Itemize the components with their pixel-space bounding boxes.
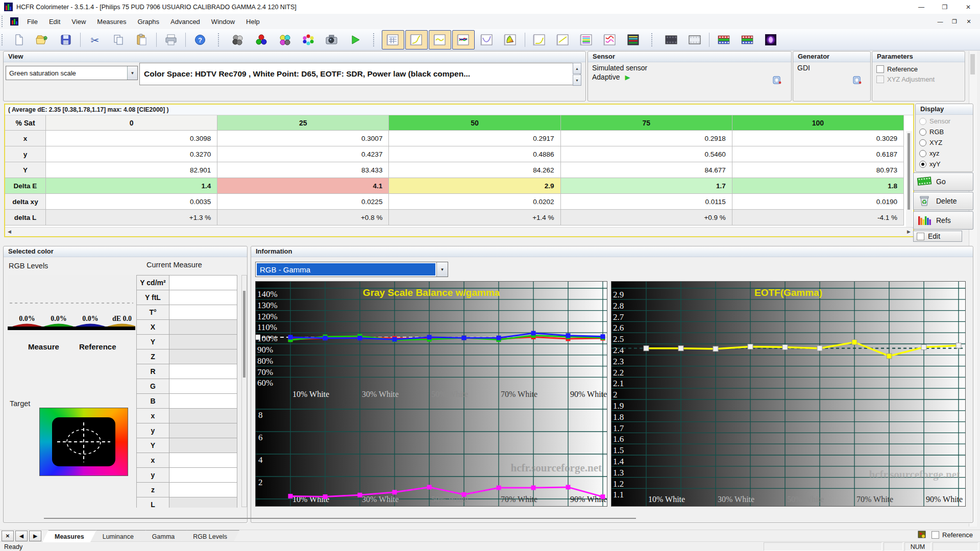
tab-gamma[interactable]: Gamma <box>140 530 187 542</box>
view-luminance-curve-button[interactable] <box>476 30 498 49</box>
scroll-left-icon[interactable]: ◀ <box>5 228 14 236</box>
paste-button[interactable] <box>131 30 153 49</box>
scroll-right-icon[interactable]: ▶ <box>904 228 913 236</box>
bottom-reference-row[interactable]: Reference <box>932 531 973 539</box>
edit-checkbox[interactable] <box>917 233 924 240</box>
delete-button[interactable]: ♻Delete <box>913 192 973 210</box>
radio-icon[interactable] <box>919 150 926 157</box>
edit-checkbox-row[interactable]: Edit <box>913 231 962 242</box>
measure-secondaries-button[interactable] <box>274 30 296 49</box>
menu-view[interactable]: View <box>66 16 91 27</box>
measure-cell[interactable]: 82.901 <box>46 162 217 178</box>
measure-cell[interactable]: 84.677 <box>561 162 732 178</box>
minimize-button[interactable]: — <box>910 0 933 14</box>
copy-button[interactable] <box>107 30 130 49</box>
bottom-reference-checkbox[interactable] <box>932 531 939 539</box>
measure-cell[interactable]: -4.1 % <box>732 210 904 226</box>
measure-cell[interactable]: 0.4237 <box>217 146 389 162</box>
tab-rgb-levels[interactable]: RGB Levels <box>181 530 239 542</box>
plasma-button[interactable] <box>760 30 782 49</box>
menu-graphs[interactable]: Graphs <box>132 16 165 27</box>
film-dark-button[interactable] <box>660 30 682 49</box>
tab-scroll-right-button[interactable]: ▶ <box>29 531 41 541</box>
tab-scroll-left-button[interactable]: ◀ <box>15 531 28 541</box>
measure-cell[interactable]: 1.8 <box>732 178 904 194</box>
measure-cell[interactable]: 2.9 <box>389 178 560 194</box>
spin-down-button[interactable]: ▼ <box>573 74 581 86</box>
measure-cell[interactable]: 0.0115 <box>561 194 732 210</box>
measure-grayscale-button[interactable] <box>227 30 249 49</box>
open-folder-button[interactable] <box>31 30 54 49</box>
close-button[interactable]: ✕ <box>957 0 980 14</box>
view-nearwhite-curve-button[interactable] <box>552 30 574 49</box>
save-button[interactable] <box>55 30 77 49</box>
reference-checkbox[interactable] <box>876 65 884 73</box>
view-multi-curves-button[interactable] <box>599 30 621 49</box>
view-color-levels-button[interactable] <box>575 30 598 49</box>
measure-cell[interactable]: 84.262 <box>389 162 560 178</box>
view-nearblack-curve-button[interactable] <box>429 30 451 49</box>
measure-colors-button[interactable] <box>297 30 320 49</box>
measure-cell[interactable]: 0.0202 <box>389 194 560 210</box>
tab-luminance[interactable]: Luminance <box>90 530 146 542</box>
current-measure-scrollbar[interactable] <box>241 275 247 507</box>
mdi-minimize-button[interactable]: — <box>934 16 946 27</box>
measure-cell[interactable]: 1.7 <box>561 178 732 194</box>
view-rgb-levels-button[interactable] <box>452 30 475 49</box>
view-gamma-curve-button[interactable] <box>405 30 428 49</box>
measure-primaries-button[interactable] <box>250 30 273 49</box>
menu-window[interactable]: Window <box>206 16 240 27</box>
table-horizontal-scrollbar[interactable]: ◀ ▶ <box>5 227 913 236</box>
menu-help[interactable]: Help <box>240 16 265 27</box>
maximize-button[interactable]: ❐ <box>933 0 957 14</box>
run-measure-button[interactable] <box>344 30 366 49</box>
table-vertical-scrollbar[interactable] <box>906 131 912 227</box>
menu-measures[interactable]: Measures <box>91 16 132 27</box>
mdi-restore-button[interactable]: ❐ <box>948 16 961 27</box>
cut-button[interactable]: ✂ <box>84 30 106 49</box>
measure-cell[interactable]: 0.2918 <box>561 131 732 146</box>
measure-cell[interactable]: 0.2917 <box>389 131 560 146</box>
measure-cell[interactable]: 83.433 <box>217 162 389 178</box>
measure-cell[interactable]: 0.0225 <box>217 194 389 210</box>
measure-cell[interactable]: 80.973 <box>732 162 904 178</box>
information-selector[interactable]: RGB - Gamma ▼ <box>255 262 448 277</box>
display-option-xyy[interactable]: xyY <box>916 159 973 169</box>
display-option-rgb[interactable]: RGB <box>916 127 973 137</box>
display-option-xyz[interactable]: xyz <box>916 148 973 159</box>
go-button[interactable]: Go <box>913 172 973 191</box>
measure-cell[interactable]: +0.8 % <box>217 210 389 226</box>
radio-icon[interactable] <box>919 139 926 146</box>
refs-button[interactable]: Refs <box>913 211 973 230</box>
chevron-down-icon[interactable]: ▼ <box>127 66 137 80</box>
measure-cell[interactable]: 0.3007 <box>217 131 389 146</box>
menu-file[interactable]: File <box>21 16 43 27</box>
measure-cell[interactable]: 0.3270 <box>46 146 217 162</box>
view-white-curve-button[interactable] <box>528 30 551 49</box>
radio-icon[interactable] <box>919 129 926 136</box>
film-rgb-1-button[interactable] <box>713 30 735 49</box>
measure-cell[interactable]: 0.3098 <box>46 131 217 146</box>
chevron-down-icon[interactable]: ▼ <box>436 262 448 277</box>
measure-cell[interactable]: 0.6187 <box>732 146 904 162</box>
sensor-config-button[interactable] <box>772 75 783 85</box>
measure-cell[interactable]: 0.4886 <box>389 146 560 162</box>
film-rgb-2-button[interactable] <box>736 30 758 49</box>
menu-advanced[interactable]: Advanced <box>165 16 206 27</box>
tab-close-button[interactable]: ✕ <box>2 531 14 541</box>
reference-checkbox-row[interactable]: Reference <box>872 64 965 74</box>
measure-cell[interactable]: 4.1 <box>217 178 389 194</box>
snapshot-button[interactable] <box>321 30 343 49</box>
display-option-xyz[interactable]: XYZ <box>916 137 973 148</box>
menu-edit[interactable]: Edit <box>43 16 66 27</box>
splitter[interactable] <box>44 518 636 519</box>
measure-cell[interactable]: 0.0035 <box>46 194 217 210</box>
view-measures-grid-button[interactable] <box>382 30 404 49</box>
view-selector[interactable]: Green saturation scale ▼ <box>6 66 138 80</box>
measure-cell[interactable]: 0.3029 <box>732 131 904 146</box>
view-cie-diagram-button[interactable] <box>499 30 522 49</box>
radio-icon[interactable] <box>919 161 926 168</box>
spin-up-button[interactable]: ▲ <box>573 63 581 74</box>
view-measures-sheet-button[interactable] <box>622 30 645 49</box>
film-light-button[interactable] <box>683 30 706 49</box>
